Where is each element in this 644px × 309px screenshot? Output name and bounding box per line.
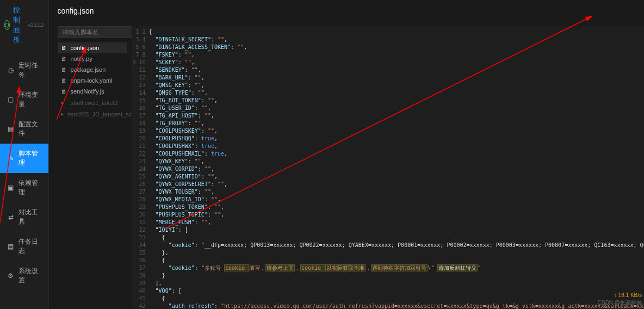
nav-item-环境变量[interactable]: ▢环境变量 xyxy=(0,85,48,114)
search-box xyxy=(58,26,127,38)
file-item[interactable]: 🗎package.json xyxy=(58,64,127,75)
compare-icon: ⇄ xyxy=(8,213,14,221)
folder-icon: ▸ xyxy=(61,99,67,106)
file-item[interactable]: ▸zero205_JD_tencent_scf xyxy=(58,108,127,120)
nav-item-脚本管理[interactable]: ✎脚本管理 xyxy=(0,144,48,173)
speed-badge: ↑ 18.1 KB/s xyxy=(614,292,642,298)
file-panel: 🗎config.json🗎notify.py🗎package.json🗎pnpm… xyxy=(58,26,127,309)
file-item[interactable]: 🗎config.json xyxy=(58,42,127,53)
file-name: sendNotify.js xyxy=(71,88,104,95)
nav-item-配置文件[interactable]: ▦配置文件 xyxy=(0,114,48,144)
file-name: shufflewzc_faker2 xyxy=(71,100,119,106)
logo: Q 控制面板 v2.12.2 xyxy=(0,0,48,50)
content: 🗎config.json🗎notify.py🗎package.json🗎pnpm… xyxy=(49,22,644,309)
file-name: config.json xyxy=(71,45,100,51)
file-icon: 🗎 xyxy=(61,88,67,95)
header: config.json + ✎ 🗑 调试 xyxy=(49,0,644,22)
nav-label: 依赖管理 xyxy=(18,178,41,197)
terminal-icon: ▢ xyxy=(8,96,14,103)
nav-item-依赖管理[interactable]: ▣依赖管理 xyxy=(0,173,48,202)
nav-item-对比工具[interactable]: ⇄对比工具 xyxy=(0,202,48,232)
nav-label: 环境变量 xyxy=(18,90,41,109)
search-input[interactable] xyxy=(58,26,143,38)
layout-icon: ▦ xyxy=(8,125,14,133)
file-name: package.json xyxy=(71,66,106,73)
file-name: notify.py xyxy=(71,55,92,62)
nav-item-任务日志[interactable]: ▤任务日志 xyxy=(0,232,48,261)
nav: ◷定时任务▢环境变量▦配置文件✎脚本管理▣依赖管理⇄对比工具▤任务日志⚙系统设置 xyxy=(0,50,48,309)
file-name: zero205_JD_tencent_scf xyxy=(67,111,134,118)
edit-icon: ✎ xyxy=(8,154,14,162)
folder-icon: ▸ xyxy=(61,110,64,118)
nav-label: 任务日志 xyxy=(18,237,41,256)
sidebar: Q 控制面板 v2.12.2 ◷定时任务▢环境变量▦配置文件✎脚本管理▣依赖管理… xyxy=(0,0,49,309)
nav-item-定时任务[interactable]: ◷定时任务 xyxy=(0,55,48,85)
file-item[interactable]: 🗎notify.py xyxy=(58,53,127,64)
file-list: 🗎config.json🗎notify.py🗎package.json🗎pnpm… xyxy=(58,42,127,309)
file-item[interactable]: 🗎pnpm-lock.yaml xyxy=(58,75,127,86)
logo-icon: Q xyxy=(4,20,10,30)
nav-label: 配置文件 xyxy=(18,120,41,138)
file-icon: 🗎 xyxy=(61,77,67,84)
page-title: config.json xyxy=(58,7,94,15)
file-item[interactable]: ▸shufflewzc_faker2 xyxy=(58,97,127,108)
nav-item-系统设置[interactable]: ⚙系统设置 xyxy=(0,261,48,291)
file-icon: 🗎 xyxy=(61,55,67,62)
main: config.json + ✎ 🗑 调试 🗎config.json🗎notify… xyxy=(49,0,644,309)
nav-label: 系统设置 xyxy=(18,267,41,285)
package-icon: ▣ xyxy=(8,184,14,191)
settings-icon: ⚙ xyxy=(8,272,14,280)
logo-version: v2.12.2 xyxy=(28,22,44,28)
logo-text: 控制面板 xyxy=(13,5,24,45)
clock-icon: ◷ xyxy=(8,66,14,74)
file-icon: 🗎 xyxy=(61,66,67,73)
nav-label: 脚本管理 xyxy=(18,149,41,168)
code-area[interactable]: { "DINGTALK_SECRET": "", "DINGTALK_ACCES… xyxy=(149,26,644,309)
editor[interactable]: 1 2 3 4 5 6 7 8 9 10 11 12 13 14 15 16 1… xyxy=(132,26,644,309)
nav-label: 对比工具 xyxy=(18,208,41,226)
file-item[interactable]: 🗎sendNotify.js xyxy=(58,86,127,97)
file-name: pnpm-lock.yaml xyxy=(71,77,113,84)
file-icon: 🗎 xyxy=(61,45,67,51)
nav-label: 定时任务 xyxy=(18,61,41,79)
watermark: CSDN @低调特懒 xyxy=(598,299,642,307)
calendar-icon: ▤ xyxy=(8,243,14,250)
gutter: 1 2 3 4 5 6 7 8 9 10 11 12 13 14 15 16 1… xyxy=(132,26,149,309)
